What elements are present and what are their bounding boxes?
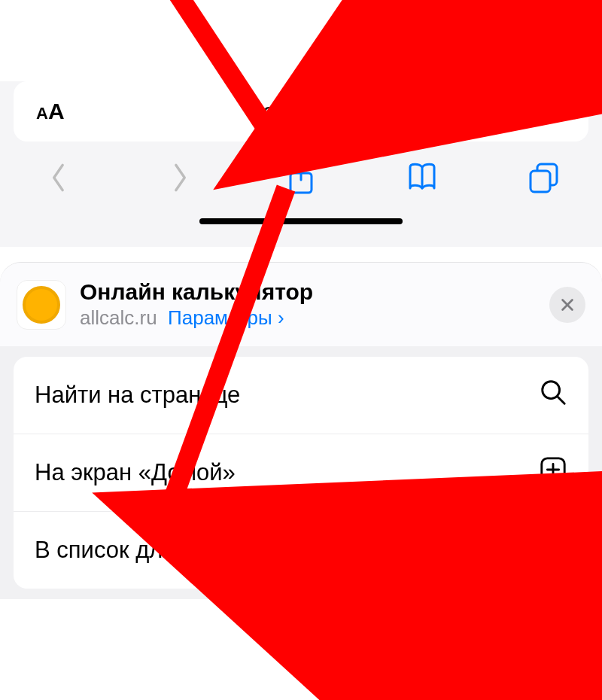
action-label: Найти на странице <box>35 382 240 409</box>
book-icon <box>406 160 439 196</box>
share-options-link[interactable]: Параметры › <box>168 306 284 329</box>
reader-aa-button[interactable]: AA <box>36 99 65 124</box>
svg-rect-3 <box>531 171 550 192</box>
chevron-left-icon <box>49 160 68 195</box>
svg-point-7 <box>555 542 566 552</box>
share-sheet: Онлайн калькулятор allcalc.ru Параметры … <box>0 262 602 599</box>
glasses-icon <box>539 533 567 568</box>
bottom-toolbar <box>0 142 602 199</box>
share-page-subtitle: allcalc.ru Параметры › <box>80 306 536 330</box>
top-whitespace <box>0 0 602 81</box>
address-bar[interactable]: AA allcalc.ru <box>14 81 588 142</box>
tabs-button[interactable] <box>521 160 566 196</box>
bookmarks-button[interactable] <box>400 160 445 196</box>
chevron-right-icon <box>170 160 190 195</box>
home-indicator <box>199 218 403 224</box>
action-label: На экран «Домой» <box>35 459 236 486</box>
close-icon <box>559 297 576 313</box>
share-icon <box>284 160 318 196</box>
reload-button[interactable] <box>540 97 566 126</box>
back-button[interactable] <box>36 160 81 195</box>
svg-point-6 <box>540 542 551 552</box>
action-label: В список для чтения <box>35 537 256 564</box>
action-add-to-home-screen[interactable]: На экран «Домой» <box>14 434 588 512</box>
forward-button[interactable] <box>157 160 202 195</box>
share-button[interactable] <box>278 160 324 196</box>
search-icon <box>539 378 567 412</box>
site-favicon <box>17 280 66 330</box>
reload-icon <box>540 97 566 123</box>
share-actions-group: Найти на странице На экран «Домой» В спи… <box>14 357 588 589</box>
share-page-title: Онлайн калькулятор <box>80 279 536 305</box>
aa-small-icon: A <box>36 104 48 123</box>
action-find-on-page[interactable]: Найти на странице <box>14 357 588 434</box>
share-domain: allcalc.ru <box>80 306 157 329</box>
share-sheet-header: Онлайн калькулятор allcalc.ru Параметры … <box>0 263 602 346</box>
tabs-icon <box>527 160 560 196</box>
safari-chrome: AA allcalc.ru <box>0 81 602 247</box>
close-sheet-button[interactable] <box>549 287 585 323</box>
action-add-to-reading-list[interactable]: В список для чтения <box>14 512 588 589</box>
share-header-texts: Онлайн калькулятор allcalc.ru Параметры … <box>80 279 536 330</box>
url-text: allcalc.ru <box>263 97 363 126</box>
aa-large-icon: A <box>48 99 65 124</box>
plus-square-icon <box>539 455 567 490</box>
url-display[interactable]: allcalc.ru <box>65 97 540 126</box>
